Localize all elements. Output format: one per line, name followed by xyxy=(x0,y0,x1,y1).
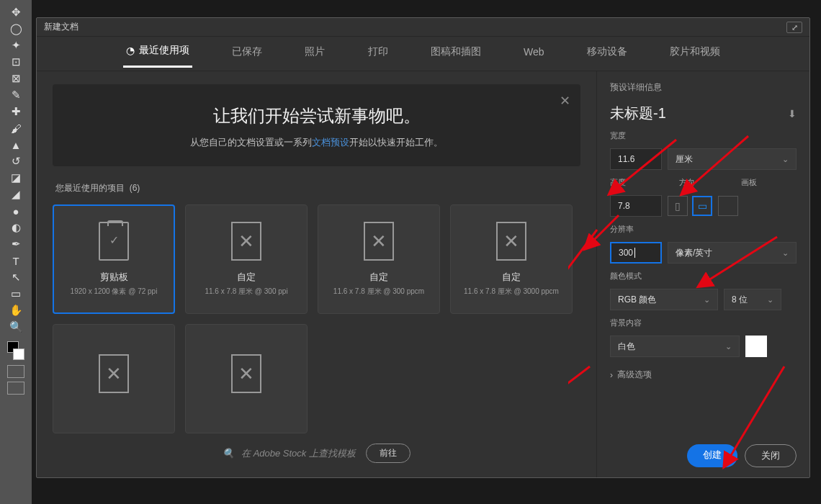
search-input-wrap[interactable]: 🔍 在 Adobe Stock 上查找模板 xyxy=(223,447,356,460)
color-mode-label: 颜色模式 xyxy=(610,271,797,282)
path-tool-icon[interactable]: ↖ xyxy=(6,269,26,285)
history-brush-icon[interactable]: ↺ xyxy=(6,153,26,169)
pen-tool-icon[interactable]: ✒ xyxy=(6,236,26,252)
wand-tool-icon[interactable]: ✦ xyxy=(6,37,26,53)
portrait-icon: ▯ xyxy=(675,200,681,212)
hero-text: 从您自己的文档设置或一系列文档预设开始以快速开始工作。 xyxy=(96,136,537,149)
titlebar-close-icon[interactable]: ⤢ xyxy=(786,22,802,33)
resolution-input[interactable]: 300 xyxy=(610,242,662,264)
tab-film[interactable]: 胶片和视频 xyxy=(667,41,723,67)
orient-landscape-button[interactable]: ▭ xyxy=(692,196,712,216)
type-tool-icon[interactable]: T xyxy=(6,253,26,269)
document-icon: ✕ xyxy=(231,222,261,261)
dialog-titlebar: 新建文档 ⤢ xyxy=(37,18,809,37)
document-name[interactable]: 未标题-1 xyxy=(610,104,666,123)
unit-dropdown[interactable]: 厘米⌄ xyxy=(668,148,797,170)
main-toolbar: ✥ ◯ ✦ ⊡ ⊠ ✎ ✚ 🖌 ▲ ↺ ◪ ◢ ● ◐ ✒ T ↖ ▭ ✋ 🔍 xyxy=(0,0,32,504)
new-document-dialog: 新建文档 ⤢ ◔最近使用项 已保存 照片 打印 图稿和插图 Web 移动设备 胶… xyxy=(36,17,810,478)
move-tool-icon[interactable]: ✥ xyxy=(6,4,26,20)
tab-mobile[interactable]: 移动设备 xyxy=(584,41,630,67)
preset-custom-3[interactable]: ✕ 自定 11.6 x 7.8 厘米 @ 3000 ppcm xyxy=(450,204,573,314)
width-label: 宽度 xyxy=(610,130,797,141)
eraser-tool-icon[interactable]: ◪ xyxy=(6,170,26,186)
go-button[interactable]: 前往 xyxy=(366,444,410,463)
resolution-label: 分辨率 xyxy=(610,224,797,235)
document-icon: ✕ xyxy=(231,354,261,393)
document-icon: ✕ xyxy=(496,222,526,261)
category-tabs: ◔最近使用项 已保存 照片 打印 图稿和插图 Web 移动设备 胶片和视频 xyxy=(37,37,809,71)
preset-custom-1[interactable]: ✕ 自定 11.6 x 7.8 厘米 @ 300 ppi xyxy=(185,204,308,314)
quickmask-icon[interactable] xyxy=(7,382,24,395)
preset-custom-2[interactable]: ✕ 自定 11.6 x 7.8 厘米 @ 300 ppcm xyxy=(318,204,440,314)
chevron-down-icon: ⌄ xyxy=(782,248,789,258)
crop-tool-icon[interactable]: ⊡ xyxy=(6,54,26,70)
recent-subtitle: 您最近使用的项目 (6) xyxy=(55,182,578,194)
detail-section-title: 预设详细信息 xyxy=(610,81,797,94)
preset-custom-4[interactable]: ✕ xyxy=(53,324,175,433)
preset-link[interactable]: 文档预设 xyxy=(312,137,349,148)
height-label: 高度 xyxy=(610,177,662,188)
search-icon: 🔍 xyxy=(223,448,234,459)
chevron-down-icon: ⌄ xyxy=(767,295,773,305)
chevron-down-icon: ⌄ xyxy=(725,342,732,351)
detail-panel: 预设详细信息 未标题-1 ⬇ 宽度 11.6 厘米⌄ 高度 方向 画板 7.8 … xyxy=(596,71,809,477)
document-icon: ✕ xyxy=(99,354,129,393)
lasso-tool-icon[interactable]: ◯ xyxy=(6,21,26,37)
tab-saved[interactable]: 已保存 xyxy=(229,41,265,67)
preset-custom-5[interactable]: ✕ xyxy=(185,324,308,433)
dialog-title: 新建文档 xyxy=(44,21,78,33)
orient-portrait-button[interactable]: ▯ xyxy=(668,196,688,216)
artboard-checkbox[interactable] xyxy=(718,196,738,216)
preset-grid: 剪贴板 1920 x 1200 像素 @ 72 ppi ✕ 自定 11.6 x … xyxy=(53,204,580,433)
resolution-unit-dropdown[interactable]: 像素/英寸⌄ xyxy=(668,242,797,264)
create-button[interactable]: 创建 xyxy=(687,444,737,467)
stock-search-bar: 🔍 在 Adobe Stock 上查找模板 前往 xyxy=(53,433,580,467)
search-placeholder: 在 Adobe Stock 上查找模板 xyxy=(241,447,356,460)
brush-tool-icon[interactable]: 🖌 xyxy=(6,120,26,136)
tab-print[interactable]: 打印 xyxy=(365,41,391,67)
save-preset-icon[interactable]: ⬇ xyxy=(788,108,797,120)
bit-depth-dropdown[interactable]: 8 位⌄ xyxy=(724,289,781,310)
clipboard-icon xyxy=(99,222,129,261)
document-icon: ✕ xyxy=(364,222,394,261)
zoom-tool-icon[interactable]: 🔍 xyxy=(6,319,26,335)
landscape-icon: ▭ xyxy=(698,200,707,212)
background-label: 背景内容 xyxy=(610,318,797,328)
height-input[interactable]: 7.8 xyxy=(610,195,662,217)
hero-banner: ✕ 让我们开始尝试新事物吧。 从您自己的文档设置或一系列文档预设开始以快速开始工… xyxy=(53,84,580,166)
color-swatches[interactable] xyxy=(6,340,26,361)
chevron-down-icon: ⌄ xyxy=(704,295,710,305)
artboard-label: 画板 xyxy=(741,177,757,188)
screen-mode-icon[interactable] xyxy=(7,365,24,378)
heal-tool-icon[interactable]: ✚ xyxy=(6,104,26,120)
left-panel: ✕ 让我们开始尝试新事物吧。 从您自己的文档设置或一系列文档预设开始以快速开始工… xyxy=(37,71,596,477)
gradient-tool-icon[interactable]: ◢ xyxy=(6,186,26,202)
tab-web[interactable]: Web xyxy=(521,42,547,66)
stamp-tool-icon[interactable]: ▲ xyxy=(6,137,26,153)
clock-icon: ◔ xyxy=(126,45,135,56)
advanced-options-toggle[interactable]: ›高级选项 xyxy=(610,369,797,381)
chevron-down-icon: ⌄ xyxy=(782,155,789,164)
orient-label: 方向 xyxy=(679,177,695,188)
chevron-right-icon: › xyxy=(610,370,613,380)
shape-tool-icon[interactable]: ▭ xyxy=(6,286,26,302)
background-dropdown[interactable]: 白色⌄ xyxy=(610,336,740,357)
width-input[interactable]: 11.6 xyxy=(610,148,662,170)
color-mode-dropdown[interactable]: RGB 颜色⌄ xyxy=(610,289,718,310)
eyedropper-tool-icon[interactable]: ✎ xyxy=(6,87,26,103)
frame-tool-icon[interactable]: ⊠ xyxy=(6,71,26,86)
tab-recent[interactable]: ◔最近使用项 xyxy=(123,40,192,68)
blur-tool-icon[interactable]: ● xyxy=(6,203,26,219)
tab-photo[interactable]: 照片 xyxy=(302,41,328,67)
dodge-tool-icon[interactable]: ◐ xyxy=(6,220,26,235)
background-color-swatch[interactable] xyxy=(745,336,767,357)
hero-close-icon[interactable]: ✕ xyxy=(560,93,570,109)
preset-clipboard[interactable]: 剪贴板 1920 x 1200 像素 @ 72 ppi xyxy=(53,204,175,314)
tab-art[interactable]: 图稿和插图 xyxy=(428,41,484,67)
hand-tool-icon[interactable]: ✋ xyxy=(6,302,26,318)
hero-title: 让我们开始尝试新事物吧。 xyxy=(96,104,537,127)
close-button[interactable]: 关闭 xyxy=(745,444,797,467)
